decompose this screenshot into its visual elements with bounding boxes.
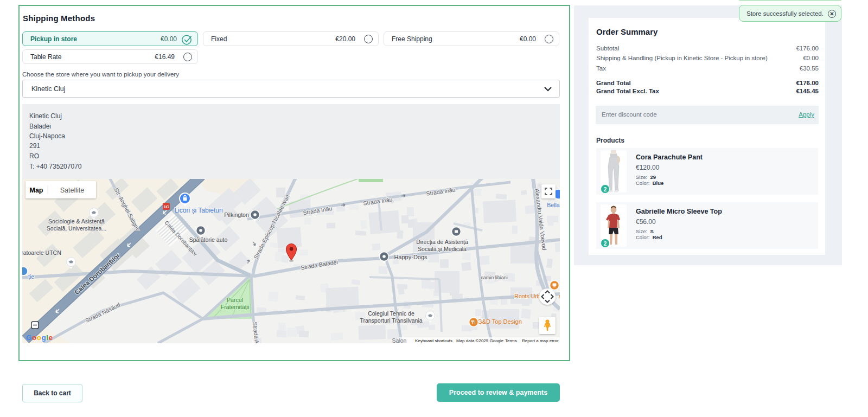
svg-text:Socială și Medicală: Socială și Medicală (418, 246, 467, 252)
svg-text:Fraternității: Fraternității (221, 304, 250, 310)
svg-text:Bella: Bella (547, 202, 560, 208)
svg-text:Roots Urb: Roots Urb (514, 293, 540, 299)
svg-text:Colegiul Tehnic de: Colegiul Tehnic de (368, 310, 414, 317)
svg-text:Map data ©2025 Google: Map data ©2025 Google (456, 338, 504, 343)
svg-text:Happy-Dogs: Happy-Dogs (394, 254, 427, 260)
svg-text:Keyboard shortcuts: Keyboard shortcuts (415, 338, 452, 343)
svg-text:Parcul: Parcul (227, 297, 243, 303)
svg-text:Terms: Terms (505, 338, 517, 343)
svg-text:Licori și Tabieturi: Licori și Tabieturi (174, 207, 222, 214)
svg-text:Sociologie & Asistență: Sociologie & Asistență (48, 218, 105, 224)
svg-text:1C: 1C (163, 204, 169, 209)
svg-text:Spălătorie auto: Spălătorie auto (189, 236, 228, 243)
svg-text:G&D Top Design: G&D Top Design (477, 318, 522, 325)
svg-text:Map: Map (30, 187, 43, 194)
svg-text:ratoarele UTCN: ratoarele UTCN (22, 249, 61, 256)
svg-text:Satellite: Satellite (60, 187, 85, 194)
svg-text:Salon: Salon (392, 337, 407, 343)
svg-text:ție: ție (28, 273, 34, 280)
svg-text:camin libiani: camin libiani (481, 275, 508, 280)
svg-text:Direcția de Asistență: Direcția de Asistență (416, 239, 468, 245)
svg-text:ste: ste (559, 293, 560, 299)
svg-text:Report a map error: Report a map error (522, 338, 559, 343)
svg-text:Transporturi Transilvania: Transporturi Transilvania (360, 317, 422, 324)
svg-text:Socială, Universitatea...: Socială, Universitatea... (47, 225, 106, 232)
svg-text:Google: Google (26, 333, 53, 342)
svg-text:Pilkington: Pilkington (224, 211, 249, 218)
